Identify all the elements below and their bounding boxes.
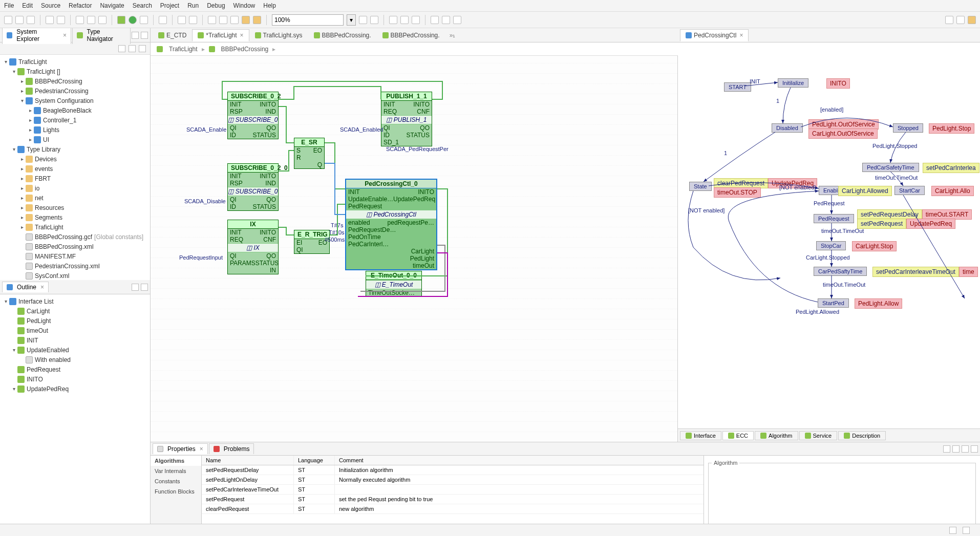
- editor-tab[interactable]: *TraficLight×: [192, 29, 249, 41]
- tab-type-navigator[interactable]: Type Navigator: [72, 28, 131, 44]
- menu-window[interactable]: Window: [233, 2, 255, 9]
- tab-problems[interactable]: Problems: [209, 443, 254, 454]
- menu-refactor[interactable]: Refactor: [69, 2, 92, 9]
- expander-icon[interactable]: ▸: [18, 215, 26, 220]
- state-startped[interactable]: StartPed: [818, 298, 849, 308]
- layout1-icon[interactable]: [208, 16, 216, 24]
- menu-edit[interactable]: Edit: [22, 2, 33, 9]
- expander-icon[interactable]: ▾: [2, 59, 9, 65]
- expander-icon[interactable]: ▸: [18, 166, 26, 171]
- undo-icon[interactable]: [46, 16, 54, 24]
- expander-icon[interactable]: ▾: [10, 69, 17, 74]
- close-icon[interactable]: ×: [240, 32, 244, 39]
- expander-icon[interactable]: ▾: [10, 347, 17, 353]
- tree-item[interactable]: With enabled: [1, 355, 149, 365]
- expander-icon[interactable]: ▸: [18, 205, 26, 210]
- expander-icon[interactable]: ▸: [27, 137, 34, 142]
- state-stopcar[interactable]: StopCar: [816, 241, 846, 250]
- tree-item[interactable]: ▾TraficLight []: [1, 67, 149, 76]
- state-action[interactable]: CarLight.Allowed: [838, 186, 892, 196]
- refresh-icon[interactable]: [242, 16, 250, 24]
- menu-icon[interactable]: [952, 445, 960, 453]
- state-disabled[interactable]: Disabled: [772, 123, 803, 133]
- state-action[interactable]: CarLight.Stop: [852, 241, 897, 251]
- tree-item[interactable]: PedLight: [1, 316, 149, 326]
- menu-navigate[interactable]: Navigate: [100, 2, 124, 9]
- tree-item[interactable]: timeOut: [1, 326, 149, 335]
- copy-icon[interactable]: [87, 16, 95, 24]
- maximize-icon[interactable]: [141, 284, 148, 291]
- state-state[interactable]: State: [689, 182, 712, 191]
- editor-tab[interactable]: E_CTD: [153, 29, 192, 41]
- tree-item[interactable]: ▸io: [1, 183, 149, 193]
- tree-item[interactable]: PedRequest: [1, 365, 149, 374]
- col-comment[interactable]: Comment: [335, 456, 704, 465]
- expander-icon[interactable]: ▾: [10, 386, 17, 392]
- state-start[interactable]: START: [724, 82, 751, 92]
- expander-icon[interactable]: ▸: [18, 156, 26, 162]
- function-block-etime[interactable]: E_TimeOut_0_0◫ E_TimeOutTimeOutSocke…: [366, 271, 422, 297]
- bottom-tab-ecc[interactable]: ECC: [722, 431, 754, 440]
- table-row[interactable]: setPedRequestDelaySTInitialization algor…: [202, 465, 704, 475]
- state-action[interactable]: setPedRequestUpdatePedReq: [857, 219, 955, 229]
- tree-item[interactable]: BBBPedCrossing.xml: [1, 242, 149, 251]
- perspective2-icon[interactable]: [968, 16, 976, 24]
- search2-icon[interactable]: [159, 16, 167, 24]
- tree-item[interactable]: ▸BBBPedCrossing: [1, 76, 149, 86]
- bottom-tab-description[interactable]: Description: [838, 431, 886, 440]
- expander-icon[interactable]: ▸: [18, 78, 26, 84]
- expander-icon[interactable]: ▸: [27, 117, 34, 123]
- tree-item[interactable]: ▸Segments: [1, 212, 149, 222]
- tree-item[interactable]: CarLight: [1, 306, 149, 316]
- outline-tree[interactable]: ▾Interface ListCarLightPedLighttimeOutIN…: [0, 294, 150, 524]
- system-explorer-tree[interactable]: ▾TraficLight▾TraficLight []▸BBBPedCrossi…: [0, 55, 150, 280]
- expander-icon[interactable]: ▾: [18, 98, 26, 103]
- col-lang[interactable]: Language: [294, 456, 335, 465]
- expander-icon[interactable]: ▸: [18, 224, 26, 230]
- col-name[interactable]: Name: [202, 456, 294, 465]
- tree-item[interactable]: INITO: [1, 374, 149, 384]
- perspective1-icon[interactable]: [956, 16, 965, 24]
- function-block-sub02[interactable]: SUBSCRIBE_0_2INITINITORSPIND◫ SUBSCRIBE_…: [227, 92, 279, 139]
- align2-icon[interactable]: [400, 16, 409, 24]
- maximize-icon[interactable]: [141, 32, 148, 39]
- close-icon[interactable]: ×: [200, 445, 203, 453]
- saveall-icon[interactable]: [27, 16, 35, 24]
- function-block-esr[interactable]: E_SRSEORQ: [294, 138, 325, 169]
- close-icon[interactable]: ×: [63, 32, 67, 39]
- state-action[interactable]: setPedCarInterleaveTimeOuttime: [872, 267, 978, 277]
- bottom-tab-interface[interactable]: Interface: [680, 431, 721, 440]
- state-init[interactable]: Initilalize: [778, 78, 808, 88]
- zoomin-icon[interactable]: [370, 16, 378, 24]
- state-action[interactable]: CarLight.Allo: [931, 186, 974, 196]
- maximize-icon[interactable]: [971, 445, 978, 453]
- expander-icon[interactable]: ▸: [18, 88, 26, 94]
- tree-item[interactable]: ▾TraficLight: [1, 57, 149, 67]
- function-block-pcc[interactable]: PedCrossingCtl_0INITINITOUpdateEnable…Up…: [345, 179, 437, 270]
- table-row[interactable]: setPedRequestSTset the ped Requst pendin…: [202, 495, 704, 504]
- state-diagram-canvas[interactable]: STARTInitilalizeINITODisabledPedLight.Ou…: [678, 42, 980, 428]
- search-global-icon[interactable]: [945, 16, 953, 24]
- state-carpedsafty[interactable]: CarPedSaftyTime: [814, 267, 867, 276]
- function-block-ix[interactable]: IXINITINITOREQCNF◫ IXQIQOPARAMSSTATUSIN: [227, 220, 279, 274]
- properties-table[interactable]: Name Language Comment setPedRequestDelay…: [202, 456, 704, 524]
- state-action[interactable]: INITO: [826, 78, 850, 89]
- save-icon[interactable]: [15, 16, 24, 24]
- new-prop-icon[interactable]: [943, 445, 950, 453]
- tree-item[interactable]: ▾System Configuration: [1, 96, 149, 105]
- minimize-icon[interactable]: [132, 284, 139, 291]
- editor-tab[interactable]: TraficLight.sys: [249, 29, 308, 41]
- menu-file[interactable]: File: [4, 2, 14, 9]
- tree-item[interactable]: BBBPedCrossing.gcf[Global constants]: [1, 232, 149, 242]
- expander-icon[interactable]: ▸: [27, 127, 34, 133]
- tree-item[interactable]: ▸UI: [1, 135, 149, 144]
- run-icon[interactable]: [129, 16, 137, 24]
- menu-debug[interactable]: Debug: [207, 2, 225, 9]
- tree-item[interactable]: ▸events: [1, 164, 149, 174]
- redo-icon[interactable]: [57, 16, 65, 24]
- menu-project[interactable]: Project: [160, 2, 179, 9]
- nav-back-icon[interactable]: [178, 16, 186, 24]
- editor-tab[interactable]: BBBPedCrossing.: [377, 29, 445, 41]
- tree-item[interactable]: ▸net: [1, 193, 149, 203]
- tree-item[interactable]: ▸Controller_1: [1, 115, 149, 125]
